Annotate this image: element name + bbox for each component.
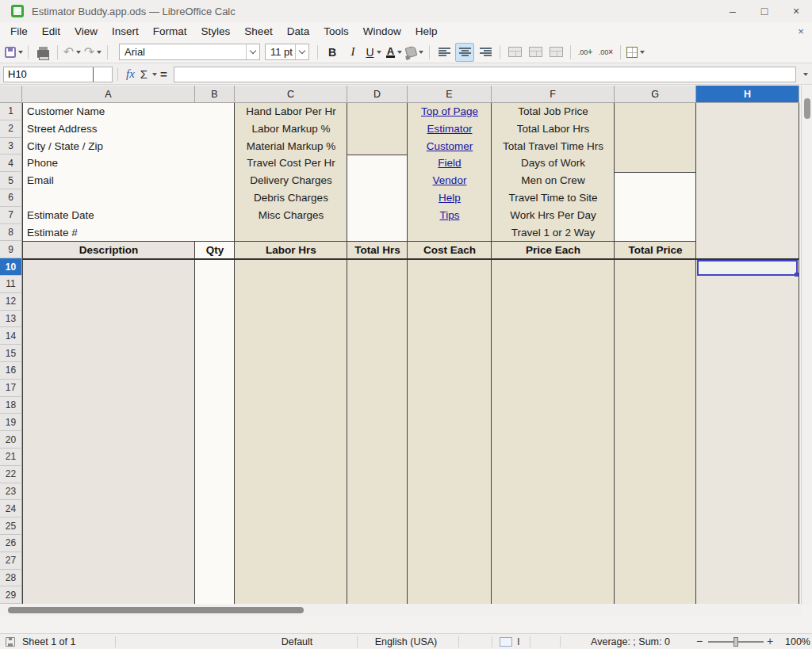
settings-label-cell[interactable]: Travel Cost Per Hr: [235, 155, 347, 172]
header-total-price[interactable]: Total Price: [615, 242, 696, 258]
select-all-corner[interactable]: [0, 86, 22, 103]
redo-button[interactable]: ↷: [83, 43, 102, 62]
menu-item[interactable]: Tools: [316, 22, 356, 41]
menu-item[interactable]: Insert: [105, 22, 146, 41]
selection-mode-icon[interactable]: [500, 637, 512, 647]
name-box[interactable]: [3, 67, 113, 82]
row-header[interactable]: 13: [0, 311, 22, 328]
function-wizard-button[interactable]: fx: [123, 67, 138, 81]
font-name-select[interactable]: Arial: [119, 44, 260, 60]
menu-item[interactable]: Edit: [35, 22, 67, 41]
minimize-button[interactable]: –: [717, 0, 749, 22]
undo-button[interactable]: ↶: [63, 43, 82, 62]
totals-label-cell[interactable]: Total Travel Time Hrs: [492, 138, 615, 155]
row-header[interactable]: 16: [0, 362, 22, 380]
row-header[interactable]: 14: [0, 327, 22, 345]
vertical-scrollbar[interactable]: [801, 86, 812, 605]
column-header-c[interactable]: C: [235, 86, 347, 103]
row-header[interactable]: 15: [0, 345, 22, 362]
row-header[interactable]: 5: [0, 172, 22, 189]
font-size-select[interactable]: 11 pt: [265, 44, 309, 60]
row-header[interactable]: 29: [0, 586, 22, 604]
header-price-each[interactable]: Price Each: [492, 242, 615, 258]
zoom-in-button[interactable]: +: [767, 634, 773, 649]
body-price-each-column[interactable]: [492, 260, 615, 604]
row-header[interactable]: 24: [0, 500, 22, 517]
delete-decimal-button[interactable]: .00×: [596, 43, 615, 62]
settings-label-cell[interactable]: Debris Charges: [235, 189, 347, 207]
row-header[interactable]: 9: [0, 241, 22, 258]
italic-button[interactable]: I: [343, 43, 362, 62]
body-cost-each-column[interactable]: [408, 260, 492, 604]
row-header[interactable]: 26: [0, 535, 22, 552]
body-total-price-column[interactable]: [615, 260, 696, 604]
maximize-button[interactable]: □: [749, 0, 780, 22]
column-header-g[interactable]: G: [615, 86, 696, 103]
row-header[interactable]: 1: [0, 103, 22, 120]
highlight-color-button[interactable]: [405, 43, 424, 62]
add-decimal-button[interactable]: .00+: [576, 43, 595, 62]
chevron-down-icon[interactable]: [295, 44, 308, 59]
header-description[interactable]: Description: [22, 242, 195, 258]
expand-formula-bar-button[interactable]: [798, 67, 810, 82]
settings-label-cell[interactable]: Misc Charges: [235, 207, 347, 224]
fill-handle[interactable]: [795, 273, 799, 277]
row-header[interactable]: 7: [0, 207, 22, 224]
menu-item[interactable]: Sheet: [237, 22, 279, 41]
zoom-level[interactable]: 100%: [785, 634, 810, 649]
row-header[interactable]: 22: [0, 466, 22, 483]
totals-label-cell[interactable]: Total Job Price: [492, 103, 615, 120]
customer-label-cell[interactable]: Estimate Date: [22, 207, 235, 224]
row-header[interactable]: 19: [0, 414, 22, 431]
header-cost-each[interactable]: Cost Each: [408, 242, 492, 258]
row-header[interactable]: 17: [0, 380, 22, 397]
stats-status[interactable]: Average: ; Sum: 0: [563, 634, 698, 649]
body-description-column[interactable]: [22, 260, 195, 604]
sheet-status[interactable]: Sheet 1 of 1: [22, 634, 75, 649]
customer-label-cell[interactable]: Estimate #: [22, 224, 235, 241]
settings-label-cell[interactable]: Delivery Charges: [235, 172, 347, 189]
equals-button[interactable]: =: [157, 67, 170, 81]
unmerge-cells-button[interactable]: [546, 43, 565, 62]
print-button[interactable]: [33, 43, 52, 62]
active-cell-h10[interactable]: [697, 260, 798, 276]
row-header[interactable]: 25: [0, 517, 22, 535]
nav-link[interactable]: Help: [439, 192, 461, 204]
menu-item[interactable]: Window: [356, 22, 408, 41]
row-header[interactable]: 21: [0, 449, 22, 466]
row-header[interactable]: 11: [0, 276, 22, 293]
column-h-area[interactable]: [696, 103, 799, 604]
column-header-b[interactable]: B: [195, 86, 235, 103]
settings-value-block-lower[interactable]: [347, 155, 408, 241]
header-labor-hrs[interactable]: Labor Hrs: [235, 242, 347, 258]
totals-label-cell[interactable]: Men on Crew: [492, 172, 615, 189]
totals-label-cell[interactable]: Total Labor Hrs: [492, 120, 615, 138]
totals-label-cell[interactable]: Travel Time to Site: [492, 189, 615, 207]
nav-link[interactable]: Vendor: [433, 174, 467, 186]
settings-value-block[interactable]: [347, 103, 408, 155]
font-color-button[interactable]: A: [385, 43, 404, 62]
row-header[interactable]: 12: [0, 293, 22, 311]
row-header[interactable]: 8: [0, 224, 22, 242]
language-status[interactable]: English (USA): [358, 634, 454, 649]
column-header-a[interactable]: A: [22, 86, 195, 103]
settings-label-cell[interactable]: Labor Markup %: [235, 120, 347, 138]
vertical-scrollbar-thumb[interactable]: [804, 98, 810, 119]
zoom-slider-thumb[interactable]: [733, 637, 738, 647]
settings-label-cell[interactable]: Hand Labor Per Hr: [235, 103, 347, 120]
menu-item[interactable]: Help: [408, 22, 445, 41]
nav-link[interactable]: Estimator: [427, 123, 472, 135]
align-left-button[interactable]: [435, 43, 454, 62]
underline-button[interactable]: U: [364, 43, 383, 62]
totals-label-cell[interactable]: Travel 1 or 2 Way: [492, 224, 615, 241]
settings-label-cell[interactable]: Material Markup %: [235, 138, 347, 155]
horizontal-scrollbar-thumb[interactable]: [8, 607, 304, 613]
horizontal-scrollbar[interactable]: [0, 605, 801, 617]
customer-label-cell[interactable]: Phone: [22, 155, 235, 172]
bold-button[interactable]: B: [323, 43, 342, 62]
totals-value-block[interactable]: [615, 103, 696, 172]
cell-reference-input[interactable]: [4, 68, 93, 80]
column-header-d[interactable]: D: [347, 86, 408, 103]
row-header[interactable]: 27: [0, 552, 22, 570]
settings-label-cell[interactable]: [235, 224, 347, 241]
